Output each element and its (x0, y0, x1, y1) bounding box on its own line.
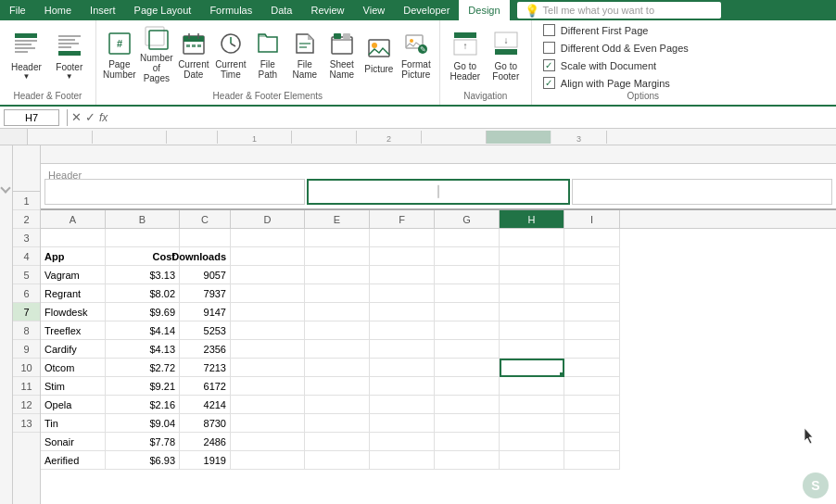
svg-rect-40 (495, 49, 517, 55)
scale-with-doc-label: Scale with Document (561, 60, 656, 71)
svg-rect-13 (149, 31, 168, 49)
ruler: 1 2 3 (28, 129, 836, 145)
menu-page-layout[interactable]: Page Layout (125, 0, 201, 20)
row-num-4: 4 (13, 247, 40, 266)
confirm-formula-icon[interactable]: ✓ (85, 110, 95, 124)
row-numbers: 1 2 3 4 5 6 7 8 9 10 11 12 13 (13, 145, 41, 504)
cancel-formula-icon[interactable]: ✕ (71, 110, 82, 124)
insert-function-icon[interactable]: fx (99, 111, 108, 124)
footer-button[interactable]: Footer ▼ (49, 24, 90, 85)
page-number-button[interactable]: # PageNumber (102, 24, 137, 85)
watermark: S (801, 471, 830, 500)
table-row[interactable]: Tin $9.04 8730 (41, 414, 836, 433)
diff-first-checkbox[interactable] (543, 24, 555, 36)
file-name-button[interactable]: FileName (287, 24, 323, 85)
svg-text:✎: ✎ (419, 45, 425, 54)
current-date-button[interactable]: CurrentDate (176, 24, 211, 85)
table-row[interactable] (41, 229, 836, 247)
menu-developer[interactable]: Developer (394, 0, 459, 20)
tell-me-bar[interactable]: 💡 Tell me what you want to (517, 2, 721, 19)
scale-with-doc-checkbox[interactable]: ✓ (543, 59, 555, 71)
table-row[interactable]: App Cost Downloads (41, 247, 836, 266)
svg-rect-3 (15, 47, 35, 49)
diff-first-checkbox-row[interactable]: Different First Page (543, 24, 743, 36)
diff-odd-even-checkbox-row[interactable]: Different Odd & Even Pages (543, 42, 743, 54)
menu-insert[interactable]: Insert (81, 0, 125, 20)
svg-rect-1 (15, 40, 37, 42)
data-area: A B C D E F G H I (41, 210, 836, 504)
picture-button[interactable]: Picture (361, 24, 397, 85)
menu-formulas[interactable]: Formulas (200, 0, 261, 20)
file-path-button[interactable]: FilePath (250, 24, 285, 85)
menu-review[interactable]: Review (301, 0, 353, 20)
table-row[interactable]: Cardify $4.13 2356 (41, 340, 836, 359)
spreadsheet: Header A B C D E F G H (41, 145, 836, 504)
header-label-text: Header (48, 170, 82, 181)
svg-rect-9 (58, 51, 81, 56)
svg-rect-19 (192, 44, 196, 47)
format-picture-button[interactable]: ✎ FormatPicture (399, 24, 434, 85)
svg-rect-15 (184, 36, 204, 42)
row-num-2: 2 (13, 210, 40, 229)
col-headers (41, 145, 836, 164)
align-page-margins-label: Align with Page Margins (561, 78, 670, 89)
row-num-8: 8 (13, 321, 40, 340)
goto-header-button[interactable]: ↑ Go toHeader (446, 24, 485, 85)
header-footer-area[interactable]: Header (41, 164, 836, 210)
table-row[interactable]: Regrant $8.02 7937 (41, 284, 836, 303)
goto-footer-button[interactable]: ↓ Go toFooter (487, 24, 526, 85)
align-page-margins-checkbox[interactable]: ✓ (543, 77, 555, 89)
header-right-section[interactable] (572, 179, 832, 205)
menu-design[interactable]: Design (459, 0, 509, 20)
table-row[interactable]: Aerified $6.93 1919 (41, 451, 836, 470)
ribbon-group-options: Different First Page Different Odd & Eve… (532, 20, 754, 105)
formula-input[interactable] (113, 109, 832, 126)
current-time-button[interactable]: CurrentTime (213, 24, 248, 85)
menu-data[interactable]: Data (261, 0, 301, 20)
tell-me-text: Tell me what you want to (543, 5, 654, 16)
svg-rect-4 (15, 51, 28, 53)
table-row[interactable]: Otcom $2.72 7213 (41, 359, 836, 377)
sheet-name-button[interactable]: SheetName (324, 24, 360, 85)
svg-rect-2 (15, 44, 32, 45)
svg-rect-6 (58, 39, 75, 41)
row-num-10: 10 (13, 359, 40, 377)
group-label-elements: Header & Footer Elements (102, 91, 434, 101)
table-row[interactable]: Sonair $7.78 2486 (41, 433, 836, 451)
diff-odd-even-checkbox[interactable] (543, 42, 555, 54)
svg-rect-5 (58, 35, 81, 37)
row-num-5: 5 (13, 266, 40, 284)
header-button[interactable]: Header ▼ (6, 24, 47, 85)
diff-first-label: Different First Page (561, 25, 649, 36)
scale-with-doc-checkbox-row[interactable]: ✓ Scale with Document (543, 59, 743, 71)
align-page-margins-checkbox-row[interactable]: ✓ Align with Page Margins (543, 77, 743, 89)
menu-file[interactable]: File (0, 0, 35, 20)
header-center-section[interactable] (307, 179, 569, 205)
table-row[interactable]: Treeflex $4.14 5253 (41, 321, 836, 340)
group-label-options: Options (543, 91, 743, 101)
menu-view[interactable]: View (354, 0, 395, 20)
header-left-section[interactable] (44, 179, 305, 205)
row-num-6: 6 (13, 284, 40, 303)
dropdown-arrow: ▼ (22, 72, 30, 81)
svg-point-31 (372, 43, 377, 48)
svg-rect-12 (146, 27, 164, 45)
table-row[interactable]: Vagram $3.13 9057 (41, 266, 836, 284)
selected-cell-h7[interactable] (500, 359, 564, 377)
dropdown-arrow: ▼ (66, 72, 73, 81)
row-num-7: 7 (13, 303, 40, 321)
row-num-3: 3 (13, 229, 40, 247)
svg-rect-0 (15, 33, 37, 38)
table-row[interactable]: Stim $9.21 6172 (41, 377, 836, 396)
cell-reference-box[interactable]: H7 (4, 109, 59, 126)
group-label-navigation: Navigation (446, 91, 526, 101)
row-num-13: 13 (13, 414, 40, 433)
table-row[interactable]: Flowdesk $9.69 9147 (41, 303, 836, 321)
num-pages-button[interactable]: Numberof Pages (139, 24, 174, 85)
svg-rect-30 (369, 40, 389, 57)
svg-rect-28 (343, 33, 350, 39)
svg-rect-7 (58, 43, 79, 44)
table-row[interactable]: Opela $2.16 4214 (41, 396, 836, 414)
svg-rect-27 (334, 33, 341, 39)
menu-home[interactable]: Home (35, 0, 81, 20)
